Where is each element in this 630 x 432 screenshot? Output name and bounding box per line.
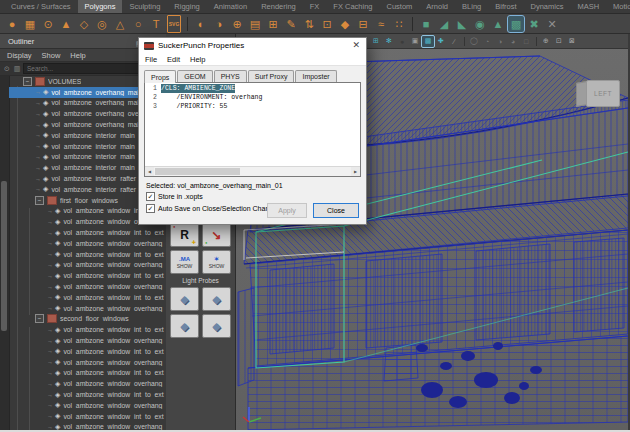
editor-text-area[interactable]: 1/CLS: AMBIENCE_ZONE2 /ENVIRONMENT: over… [145,83,360,166]
field-chart-icon[interactable]: ✚ [435,36,447,47]
shelf-tab-motion-graphics[interactable]: Motion Graphics [606,0,630,13]
mirror-geometry-icon[interactable]: ◆ [337,16,353,32]
dialog-tab-geom[interactable]: GEOM [177,70,212,82]
outliner-item-vol-ambzone-window-int-to-ext-10[interactable]: →◈vol_ambzone_window_int_to_ext_10 [9,411,166,422]
dialog-tab-phys[interactable]: PHYS [214,70,247,82]
dialog-close-icon[interactable]: ✕ [352,41,360,50]
outliner-item-vol-ambzone-window-int-to-ext-02[interactable]: →◈vol_ambzone_window_int_to_ext_02 [9,227,166,238]
outliner-item-vol-ambzone-window-overhang-05[interactable]: →◈vol_ambzone_window_overhang_05 [9,303,166,314]
outliner-item-vol-ambzone-window-overhang-07[interactable]: →◈vol_ambzone_window_overhang_07 [9,357,166,368]
uv-checker-tool-icon[interactable]: ▩ [508,16,524,32]
outliner-item-vol-ambzone-window-overhang-02[interactable]: →◈vol_ambzone_window_overhang_02 [9,238,166,249]
multi-cut-icon[interactable]: ∷ [391,16,407,32]
green-cross-tool-icon[interactable]: ✖ [526,16,542,32]
expand-collapse-icon[interactable]: − [35,196,44,205]
outliner-item-vol-ambzone-window-int-to-ext-03[interactable]: →◈vol_ambzone_window_int_to_ext_03 [9,249,166,260]
2d-pan-icon[interactable]: ▣ [409,36,421,47]
dialog-menu-edit[interactable]: Edit [167,55,180,64]
fill-hole-icon[interactable]: ▤ [247,16,263,32]
outliner-item-vol-ambzone-window-int-to-ext-09[interactable]: →◈vol_ambzone_window_int_to_ext_09 [9,389,166,400]
mesh-separate-icon[interactable]: ◑ [211,16,227,32]
shelf-tab-mash[interactable]: MASH [570,0,606,13]
filter-icon[interactable]: ⊙ [3,65,11,73]
checkbox-checked-icon[interactable]: ✓ [146,192,155,201]
reduce-mesh-icon[interactable]: ⊟ [355,16,371,32]
ma-show-button[interactable]: .MASHOW [170,250,199,274]
outliner-item-vol-ambzone-window-int-to-ext-04[interactable]: →◈vol_ambzone_window_int_to_ext_04 [9,270,166,281]
camera-lock-icon[interactable]: ⊞ [370,36,382,47]
shelf-tab-arnold[interactable]: Arnold [419,0,455,13]
view-cube[interactable]: LEFT [576,78,620,108]
disabled-tool-icon[interactable]: ✕ [544,16,560,32]
scroll-thumb[interactable] [155,168,240,175]
expand-collapse-icon[interactable]: − [23,77,32,86]
mesh-combine-icon[interactable]: ◐ [193,16,209,32]
shelf-tab-custom[interactable]: Custom [380,0,420,13]
poly-torus-icon[interactable]: ◎ [94,16,110,32]
edge-flow-icon[interactable]: ≈ [373,16,389,32]
gate-mask-icon[interactable]: ∕ [448,36,460,47]
poly-pipe-icon[interactable]: ○ [130,16,146,32]
poly-sphere-icon[interactable]: ● [4,16,20,32]
light-probe-button-1[interactable]: ◆ [170,287,199,311]
checkbox-checked-icon[interactable]: ✓ [146,204,155,213]
outliner-menu-show[interactable]: Show [42,51,61,60]
viewcube-toggle-icon[interactable]: ⊠ [566,36,578,47]
shelf-tab-curves-surfaces[interactable]: Curves / Surfaces [4,0,78,13]
grid-fill-icon[interactable]: ⊞ [265,16,281,32]
shelf-tab-polygons[interactable]: Polygons [78,0,123,13]
dialog-titlebar[interactable]: SuckerPunch Properties ✕ [139,38,366,53]
outliner-item-vol-ambzone-window-int-to-ext-08[interactable]: →◈vol_ambzone_window_int_to_ext_08 [9,368,166,379]
reload-r-button[interactable]: R [170,223,199,247]
shelf-tab-dynamics[interactable]: Dynamics [524,0,571,13]
scrollbar-thumb[interactable] [1,181,7,331]
shelf-tab-sculpting[interactable]: Sculpting [122,0,167,13]
poly-pyramid-icon[interactable]: △ [112,16,128,32]
boolean-union-icon[interactable]: ⊕ [229,16,245,32]
shelf-tab-fx-caching[interactable]: FX Caching [326,0,379,13]
safe-action-icon[interactable]: ◑ [494,36,506,47]
outliner-item-vol-ambzone-window-overhang-06[interactable]: →◈vol_ambzone_window_overhang_06 [9,335,166,346]
outliner-item-vol-ambzone-window-overhang-03[interactable]: →◈vol_ambzone_window_overhang_03 [9,260,166,271]
light-probe-button-2[interactable]: ◆ [202,287,231,311]
export-arrow-button[interactable]: ↘ [202,223,231,247]
shelf-tab-bling[interactable]: BLing [455,0,488,13]
shelf-tab-bifrost[interactable]: Bifrost [488,0,523,13]
close-button[interactable]: Close [313,203,359,218]
poly-type-icon[interactable]: T [148,16,164,32]
light-probe-button-3[interactable]: ◆ [170,314,199,338]
outliner-menu-display[interactable]: Display [7,51,32,60]
scroll-left-icon[interactable]: ◀ [145,167,154,176]
poly-svg-icon[interactable]: SVG [166,16,182,32]
scroll-right-icon[interactable]: ▶ [351,167,360,176]
shelf-tab-fx[interactable]: FX [303,0,327,13]
poly-cylinder-icon[interactable]: ⊙ [40,16,56,32]
plus-show-button[interactable]: ✶SHOW [202,250,231,274]
dialog-tab-props[interactable]: Props [144,70,176,83]
isolate-select-icon[interactable]: ▩ [422,36,434,47]
outliner-item-vol-ambzone-window-overhang-08[interactable]: →◈vol_ambzone_window_overhang_08 [9,378,166,389]
green-wedge-tool-icon[interactable]: ▲ [490,16,506,32]
editor-horizontal-scrollbar[interactable]: ◀ ▶ [145,166,360,176]
view-cube-front-face[interactable]: LEFT [586,80,620,107]
outliner-item-vol-ambzone-window-int-to-ext-06[interactable]: →◈vol_ambzone_window_int_to_ext_06 [9,324,166,335]
quad-draw-icon[interactable]: ⊡ [319,16,335,32]
green-merge-tool-icon[interactable]: ◣ [454,16,470,32]
outliner-item-vol-ambzone-window-overhang-10[interactable]: →◈vol_ambzone_window_overhang_10 [9,422,166,431]
frame-selection-icon[interactable]: ⊕ [540,36,552,47]
pin-search-icon[interactable]: ▥ [13,65,21,73]
outliner-menu-help[interactable]: Help [70,51,85,60]
poly-plane-icon[interactable]: ◇ [76,16,92,32]
outliner-item-vol-ambzone-window-int-to-ext-05[interactable]: →◈vol_ambzone_window_int_to_ext_05 [9,292,166,303]
apply-button[interactable]: Apply [267,203,307,218]
image-plane-icon[interactable]: ● [396,36,408,47]
dialog-tab-imposter[interactable]: Imposter [295,70,336,82]
outliner-group-second-floor-windows[interactable]: −second_floor_windows [9,314,166,325]
create-polygon-icon[interactable]: ✎ [283,16,299,32]
green-shell-tool-icon[interactable]: ◉ [472,16,488,32]
outliner-item-vol-ambzone-window-int-to-ext-07[interactable]: →◈vol_ambzone_window_int_to_ext_07 [9,346,166,357]
dialog-menu-help[interactable]: Help [190,55,205,64]
shelf-tab-animation[interactable]: Animation [207,0,254,13]
transfer-attributes-icon[interactable]: ⇅ [301,16,317,32]
dialog-tab-surf-proxy[interactable]: Surf Proxy [248,70,295,82]
